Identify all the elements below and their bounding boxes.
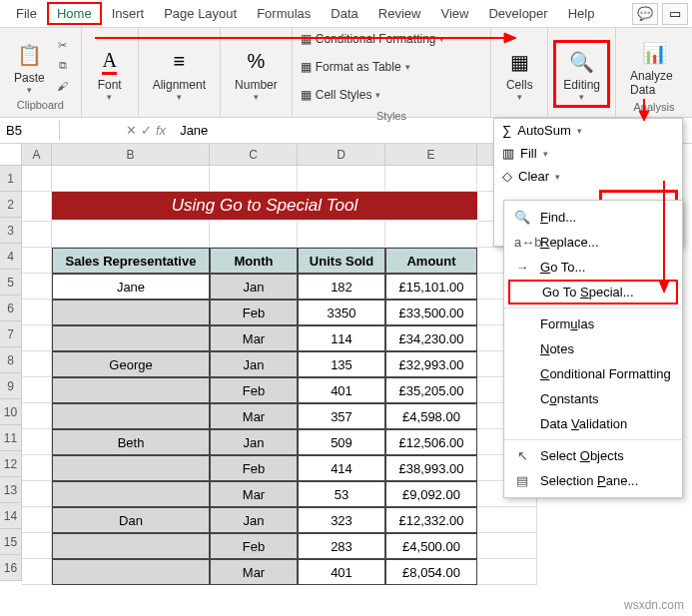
- cell-rep[interactable]: [52, 300, 210, 325]
- row-hdr-12[interactable]: 12: [0, 451, 22, 477]
- menu-formulas[interactable]: Formulas: [504, 311, 682, 336]
- cell-amount[interactable]: £4,598.00: [385, 403, 477, 429]
- cell-units[interactable]: 283: [298, 533, 385, 559]
- menu-constants[interactable]: Constants: [504, 386, 682, 411]
- col-hdr-c[interactable]: C: [210, 144, 298, 166]
- row-hdr-7[interactable]: 7: [0, 321, 22, 347]
- copy-button[interactable]: ⧉: [53, 57, 73, 75]
- number-button[interactable]: % Number ▾: [229, 44, 284, 104]
- cell-month[interactable]: Mar: [210, 481, 298, 507]
- cell-amount[interactable]: £9,092.00: [385, 481, 477, 507]
- cell-rep[interactable]: Beth: [52, 429, 210, 455]
- menu-selection-pane[interactable]: ▤Selection Pane...: [504, 468, 682, 493]
- cell-amount[interactable]: £12,506.00: [385, 429, 477, 455]
- cell-amount[interactable]: £38,993.00: [385, 455, 477, 481]
- comments-button[interactable]: 💬: [632, 3, 658, 25]
- row-hdr-10[interactable]: 10: [0, 399, 22, 425]
- tab-help[interactable]: Help: [558, 2, 605, 25]
- cell-units[interactable]: 135: [298, 351, 385, 377]
- cell-amount[interactable]: £32,993.00: [385, 351, 477, 377]
- hdr-rep[interactable]: Sales Representative: [52, 248, 210, 274]
- row-hdr-5[interactable]: 5: [0, 270, 22, 296]
- cell-units[interactable]: 182: [298, 274, 385, 300]
- menu-data-validation[interactable]: Data Validation: [504, 411, 682, 436]
- cell-month[interactable]: Feb: [210, 455, 298, 481]
- cell-units[interactable]: 509: [298, 429, 385, 455]
- hdr-month[interactable]: Month: [210, 248, 298, 274]
- cell-month[interactable]: Jan: [210, 351, 298, 377]
- cell-units[interactable]: 414: [298, 455, 385, 481]
- cell-units[interactable]: 53: [298, 481, 385, 507]
- row-hdr-16[interactable]: 16: [0, 555, 22, 581]
- cell-units[interactable]: 323: [298, 507, 385, 533]
- menu-notes[interactable]: Notes: [504, 336, 682, 361]
- cell-rep[interactable]: [52, 403, 210, 429]
- row-hdr-11[interactable]: 11: [0, 425, 22, 451]
- menu-select-objects[interactable]: ↖Select Objects: [504, 443, 682, 468]
- cell-rep[interactable]: Jane: [52, 274, 210, 300]
- cells-area[interactable]: Using Go to Special ToolSales Representa…: [22, 166, 537, 585]
- share-button[interactable]: ▭: [662, 3, 688, 25]
- cell-month[interactable]: Jan: [210, 274, 298, 300]
- cell-month[interactable]: Feb: [210, 533, 298, 559]
- tab-home[interactable]: Home: [47, 2, 102, 25]
- hdr-units[interactable]: Units Sold: [298, 248, 385, 274]
- cell-amount[interactable]: £35,205.00: [385, 377, 477, 403]
- cell-month[interactable]: Mar: [210, 403, 298, 429]
- col-hdr-a[interactable]: A: [22, 144, 52, 166]
- row-hdr-8[interactable]: 8: [0, 347, 22, 373]
- alignment-button[interactable]: ≡ Alignment ▾: [147, 44, 212, 104]
- font-button[interactable]: A Font ▾: [90, 44, 130, 104]
- col-hdr-d[interactable]: D: [298, 144, 385, 166]
- row-hdr-4[interactable]: 4: [0, 244, 22, 270]
- cells-button[interactable]: ▦ Cells ▾: [499, 44, 539, 104]
- cell-units[interactable]: 357: [298, 403, 385, 429]
- enter-icon[interactable]: ✓: [141, 123, 152, 138]
- cell-month[interactable]: Feb: [210, 300, 298, 325]
- cell-amount[interactable]: £4,500.00: [385, 533, 477, 559]
- cell-rep[interactable]: [52, 455, 210, 481]
- tab-file[interactable]: File: [6, 2, 47, 25]
- cell-rep[interactable]: [52, 481, 210, 507]
- cell-amount[interactable]: £33,500.00: [385, 300, 477, 325]
- cell-rep[interactable]: [52, 325, 210, 351]
- name-box[interactable]: B5: [0, 121, 60, 140]
- select-all-corner[interactable]: [0, 144, 22, 166]
- fx-icon[interactable]: fx: [156, 123, 166, 138]
- menu-cond-format[interactable]: Conditional Formatting: [504, 361, 682, 386]
- cell-month[interactable]: Jan: [210, 429, 298, 455]
- cell-rep[interactable]: [52, 533, 210, 559]
- editing-button[interactable]: 🔍 Editing ▾: [557, 44, 606, 104]
- cell-styles-button[interactable]: ▦Cell Styles▾: [301, 82, 445, 108]
- cell-rep[interactable]: [52, 377, 210, 403]
- cancel-icon[interactable]: ✕: [126, 123, 137, 138]
- cell-month[interactable]: Mar: [210, 325, 298, 351]
- row-hdr-14[interactable]: 14: [0, 503, 22, 529]
- col-hdr-e[interactable]: E: [385, 144, 477, 166]
- hdr-amount[interactable]: Amount: [385, 248, 477, 274]
- analyze-data-button[interactable]: 📊 Analyze Data: [624, 35, 684, 99]
- row-hdr-15[interactable]: 15: [0, 529, 22, 555]
- cell-month[interactable]: Mar: [210, 559, 298, 585]
- format-painter-button[interactable]: 🖌: [53, 77, 73, 95]
- cell-amount[interactable]: £15,101.00: [385, 274, 477, 300]
- format-as-table-button[interactable]: ▦Format as Table▾: [301, 54, 445, 80]
- formula-input[interactable]: Jane: [172, 121, 216, 140]
- row-hdr-1[interactable]: 1: [0, 166, 22, 192]
- cell-rep[interactable]: Dan: [52, 507, 210, 533]
- cut-button[interactable]: ✂: [53, 37, 73, 55]
- row-hdr-2[interactable]: 2: [0, 192, 22, 218]
- row-hdr-13[interactable]: 13: [0, 477, 22, 503]
- cell-units[interactable]: 114: [298, 325, 385, 351]
- cell-amount[interactable]: £8,054.00: [385, 559, 477, 585]
- cell-amount[interactable]: £34,230.00: [385, 325, 477, 351]
- cell-rep[interactable]: George: [52, 351, 210, 377]
- paste-button[interactable]: 📋 Paste ▾: [8, 37, 51, 97]
- cell-month[interactable]: Feb: [210, 377, 298, 403]
- cell-units[interactable]: 401: [298, 377, 385, 403]
- cell-rep[interactable]: [52, 559, 210, 585]
- row-hdr-9[interactable]: 9: [0, 373, 22, 399]
- row-hdr-3[interactable]: 3: [0, 218, 22, 244]
- cell-amount[interactable]: £12,332.00: [385, 507, 477, 533]
- row-hdr-6[interactable]: 6: [0, 296, 22, 321]
